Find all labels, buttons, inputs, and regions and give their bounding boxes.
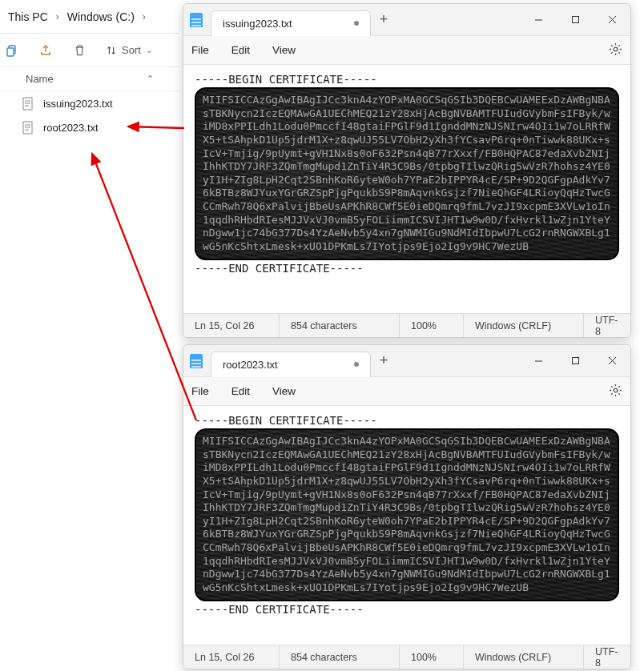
cert-end-line: -----END CERTIFICATE----- — [195, 603, 619, 616]
name-column-label: Name — [26, 73, 54, 85]
close-button[interactable] — [594, 345, 630, 377]
svg-point-5 — [614, 47, 618, 51]
menu-edit[interactable]: Edit — [231, 385, 250, 397]
menu-file[interactable]: File — [191, 44, 209, 56]
editor-content[interactable]: -----BEGIN CERTIFICATE----- MIIFSICCAzGg… — [183, 406, 630, 645]
cert-end-line: -----END CERTIFICATE----- — [195, 262, 619, 275]
maximize-button[interactable] — [557, 345, 594, 377]
notepad-app-icon — [190, 13, 203, 27]
status-char-count: 854 characters — [280, 645, 400, 669]
menu-view[interactable]: View — [272, 385, 296, 397]
tab-title: root2023.txt — [223, 359, 278, 371]
chevron-right-icon: › — [141, 11, 147, 22]
sort-label: Sort — [122, 44, 141, 56]
chevron-up-icon: ⌃ — [147, 74, 154, 84]
svg-rect-4 — [572, 17, 578, 23]
cert-begin-line: -----BEGIN CERTIFICATE----- — [195, 73, 619, 86]
text-file-icon — [22, 121, 35, 134]
copy-icon[interactable] — [5, 43, 19, 58]
svg-point-7 — [614, 388, 618, 392]
text-file-icon — [22, 97, 35, 110]
notepad-app-icon — [190, 354, 203, 368]
column-header[interactable]: Name ⌃ — [0, 67, 179, 91]
breadcrumb-drive-c[interactable]: Windows (C:) — [67, 10, 135, 23]
titlebar[interactable]: root2023.txt + — [183, 345, 630, 377]
menu-edit[interactable]: Edit — [231, 44, 250, 56]
status-line-ending[interactable]: Windows (CRLF) — [464, 314, 584, 337]
menubar: File Edit View — [183, 377, 630, 406]
maximize-button[interactable] — [557, 4, 594, 36]
tab-title: issuing2023.txt — [223, 18, 292, 30]
tab-issuing[interactable]: issuing2023.txt — [211, 10, 371, 36]
sort-button[interactable]: Sort ⌄ — [106, 44, 159, 56]
status-zoom[interactable]: 100% — [400, 314, 464, 337]
unsaved-dot-icon — [354, 21, 359, 26]
minimize-button[interactable] — [520, 4, 557, 36]
settings-gear-icon[interactable] — [609, 384, 622, 400]
statusbar: Ln 15, Col 26 854 characters 100% Window… — [183, 313, 630, 337]
breadcrumb: This PC › Windows (C:) › — [0, 0, 179, 34]
cert-begin-line: -----BEGIN CERTIFICATE----- — [195, 414, 619, 427]
new-tab-button[interactable]: + — [371, 352, 396, 369]
status-position[interactable]: Ln 15, Col 26 — [183, 645, 280, 669]
status-encoding[interactable]: UTF-8 — [584, 645, 630, 669]
breadcrumb-this-pc[interactable]: This PC — [8, 10, 48, 23]
file-row-issuing[interactable]: issuing2023.txt — [0, 91, 179, 115]
notepad-window-root: root2023.txt + File Edit View -----BEGIN… — [183, 344, 631, 669]
status-position[interactable]: Ln 15, Col 26 — [183, 314, 280, 337]
settings-gear-icon[interactable] — [609, 42, 622, 58]
file-name: root2023.txt — [43, 122, 99, 134]
share-icon[interactable] — [38, 43, 53, 58]
unsaved-dot-icon — [354, 362, 359, 367]
status-line-ending[interactable]: Windows (CRLF) — [464, 645, 584, 669]
status-encoding[interactable]: UTF-8 — [584, 314, 630, 337]
editor-content[interactable]: -----BEGIN CERTIFICATE----- MIIFSICCAzGg… — [183, 65, 630, 313]
cert-body-redacted: MIIFSICCAzGgAwIBAgIJCc3knA4zYOPxMA0GCSqG… — [195, 87, 619, 260]
trash-icon[interactable] — [72, 43, 87, 58]
status-char-count: 854 characters — [280, 314, 400, 337]
minimize-button[interactable] — [520, 345, 557, 377]
close-button[interactable] — [594, 4, 630, 36]
tab-root[interactable]: root2023.txt — [211, 352, 371, 377]
menubar: File Edit View — [183, 36, 630, 65]
explorer-toolbar: Sort ⌄ — [0, 34, 179, 67]
svg-rect-1 — [7, 48, 14, 56]
cert-body-redacted: MIIFSICCAzGgAwIBAgIJCc3knA4zYOPxMA0GCSqG… — [195, 428, 619, 601]
status-zoom[interactable]: 100% — [400, 645, 464, 669]
statusbar: Ln 15, Col 26 854 characters 100% Window… — [183, 645, 630, 669]
chevron-right-icon: › — [54, 11, 61, 22]
menu-view[interactable]: View — [272, 44, 296, 56]
file-name: issuing2023.txt — [43, 98, 113, 110]
titlebar[interactable]: issuing2023.txt + — [183, 4, 630, 36]
new-tab-button[interactable]: + — [371, 11, 396, 28]
menu-file[interactable]: File — [191, 385, 209, 397]
notepad-window-issuing: issuing2023.txt + File Edit View -----BE… — [183, 3, 631, 338]
file-explorer: This PC › Windows (C:) › Sort ⌄ Name ⌃ i… — [0, 0, 179, 671]
file-row-root[interactable]: root2023.txt — [0, 115, 179, 139]
svg-rect-6 — [572, 358, 578, 364]
